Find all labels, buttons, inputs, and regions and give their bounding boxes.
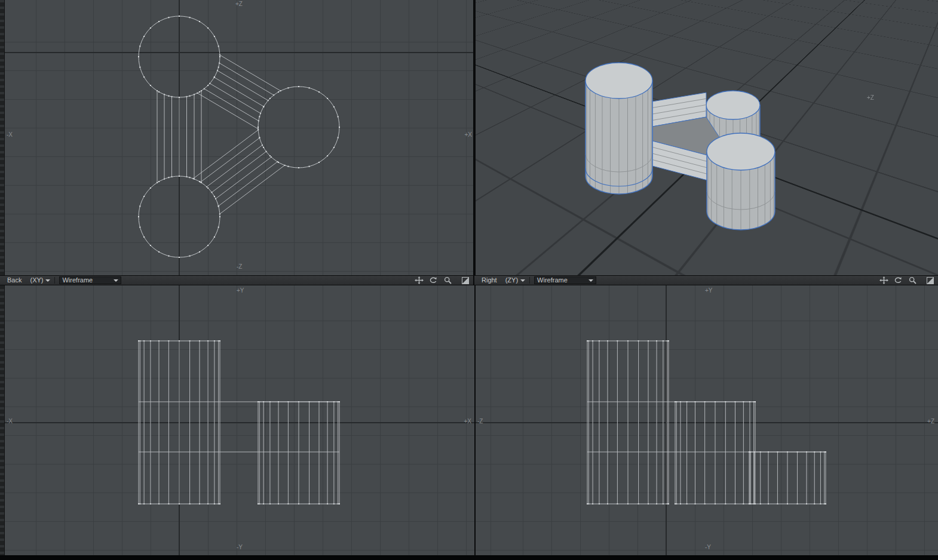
pan-icon[interactable] <box>878 276 890 284</box>
view-type-button[interactable]: Back <box>7 276 22 285</box>
chevron-down-icon <box>45 279 50 282</box>
chevron-down-icon <box>520 279 525 282</box>
view-axis-dropdown[interactable]: (XY) <box>30 276 50 285</box>
maximize-icon[interactable] <box>459 276 471 284</box>
viewport-right[interactable]: +Y -Y -Z +Z <box>476 285 938 555</box>
top-view-wireframe <box>5 0 474 275</box>
viewport-toolbar-back: Back (XY) Wireframe <box>0 275 474 285</box>
viewport-top[interactable]: +Z -Z -X +X <box>5 0 474 275</box>
view-axis-label: (XY) <box>30 276 43 285</box>
viewport-perspective[interactable]: +Z <box>476 0 938 275</box>
modeler-window: +Z -Z -X +X +Z Back (XY) Wireframe <box>0 0 938 560</box>
shading-mode-dropdown[interactable]: Wireframe <box>59 276 121 284</box>
view-axis-label: (ZY) <box>505 276 518 285</box>
bottom-bar <box>0 555 938 560</box>
separator <box>54 277 55 284</box>
shading-mode-label: Wireframe <box>537 276 568 285</box>
shaded-model <box>476 0 938 275</box>
chevron-down-icon <box>114 279 118 282</box>
view-type-button[interactable]: Right <box>482 276 497 285</box>
pan-icon[interactable] <box>413 276 425 284</box>
right-view-wireframe <box>476 285 938 555</box>
maximize-icon[interactable] <box>924 276 936 284</box>
rotate-icon[interactable] <box>427 276 439 284</box>
view-axis-dropdown[interactable]: (ZY) <box>505 276 525 285</box>
separator <box>529 277 530 284</box>
viewport-toolbar-right: Right (ZY) Wireframe <box>474 275 938 285</box>
shading-mode-label: Wireframe <box>62 276 93 285</box>
chevron-down-icon <box>588 279 593 282</box>
rotate-icon[interactable] <box>892 276 904 284</box>
viewport-back[interactable]: +Y -Y -X +X <box>5 285 474 555</box>
zoom-icon[interactable] <box>442 276 453 284</box>
shading-mode-dropdown[interactable]: Wireframe <box>534 276 596 284</box>
zoom-icon[interactable] <box>906 276 918 284</box>
back-view-wireframe <box>5 285 474 555</box>
